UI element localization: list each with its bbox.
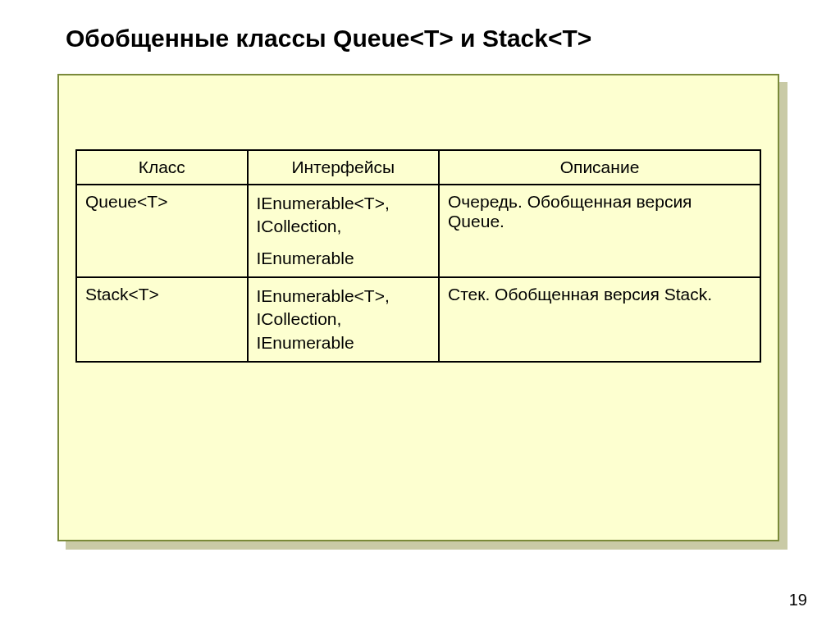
slide-title: Обобщенные классы Queue<T> и Stack<T> bbox=[66, 25, 791, 52]
table-row: Stack<T> IEnumerable<T>, ICollection, IE… bbox=[76, 277, 760, 362]
header-description: Описание bbox=[439, 150, 760, 185]
iface-text: IEnumerable<T>, ICollection, IEnumerable bbox=[257, 286, 390, 352]
table-header-row: Класс Интерфейсы Описание bbox=[76, 150, 760, 185]
iface-text: IEnumerable bbox=[257, 247, 431, 270]
header-class: Класс bbox=[76, 150, 248, 185]
cell-description: Стек. Обобщенная версия Stack. bbox=[439, 277, 760, 362]
cell-interfaces: IEnumerable<T>, ICollection, IEnumerable bbox=[248, 185, 440, 277]
cell-interfaces: IEnumerable<T>, ICollection, IEnumerable bbox=[248, 277, 440, 362]
cell-class: Stack<T> bbox=[76, 277, 248, 362]
table-row: Queue<T> IEnumerable<T>, ICollection, IE… bbox=[76, 185, 760, 277]
content-panel: Класс Интерфейсы Описание Queue<T> IEnum… bbox=[57, 74, 779, 541]
classes-table: Класс Интерфейсы Описание Queue<T> IEnum… bbox=[75, 149, 761, 363]
page-number: 19 bbox=[789, 591, 807, 609]
slide: Обобщенные классы Queue<T> и Stack<T> Кл… bbox=[0, 0, 840, 630]
iface-text: IEnumerable<T>, ICollection, bbox=[257, 194, 390, 235]
cell-description: Очередь. Обобщенная версия Queue. bbox=[439, 185, 760, 277]
header-interfaces: Интерфейсы bbox=[248, 150, 440, 185]
cell-class: Queue<T> bbox=[76, 185, 248, 277]
